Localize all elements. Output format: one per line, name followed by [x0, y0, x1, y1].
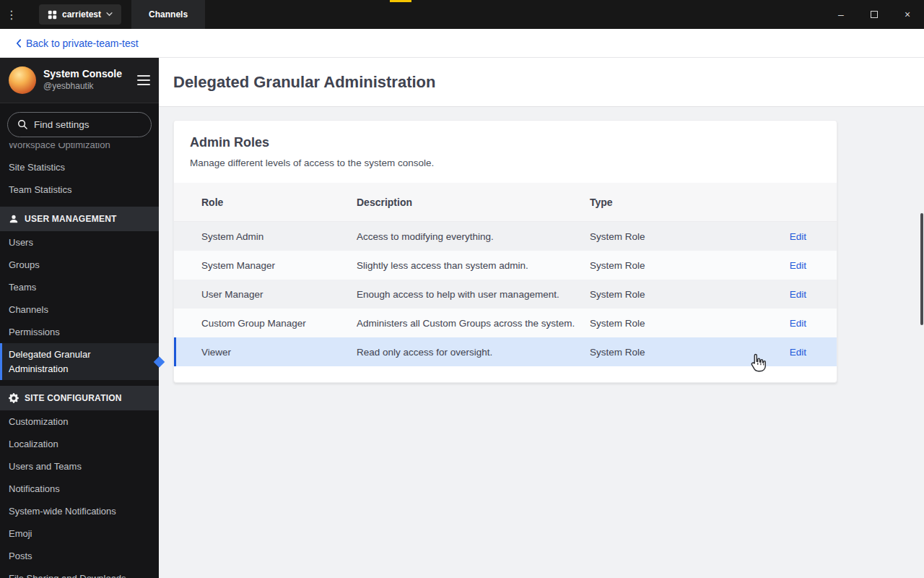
selected-item-label: Delegated Granular Administration — [9, 349, 90, 374]
column-header-role: Role — [201, 197, 357, 208]
settings-search[interactable] — [7, 112, 152, 137]
role-cell: Custom Group Manager — [201, 318, 357, 329]
sidebar-header: System Console @yesbhautik — [0, 58, 159, 103]
users-icon — [9, 214, 19, 224]
sidebar-item-users[interactable]: Users — [0, 231, 159, 254]
table-row-system-manager[interactable]: System Manager Slightly less access than… — [174, 251, 837, 280]
section-user-management-label: USER MANAGEMENT — [25, 214, 117, 224]
scroll-clipped-area: Workspace Optimization — [0, 143, 159, 156]
main-content: Delegated Granular Administration Admin … — [159, 58, 924, 578]
search-icon — [17, 119, 28, 130]
tab-channels-label: Channels — [149, 9, 188, 20]
type-cell: System Role — [590, 260, 763, 271]
user-avatar[interactable] — [9, 66, 36, 94]
page-header: Delegated Granular Administration — [159, 58, 924, 107]
sidebar-nav: Workspace Optimization Site Statistics T… — [0, 143, 159, 578]
sidebar-item-customization[interactable]: Customization — [0, 410, 159, 433]
section-site-configuration-label: SITE CONFIGURATION — [25, 393, 122, 403]
panel-footer — [174, 366, 837, 382]
edit-button-viewer[interactable]: Edit — [790, 347, 806, 358]
search-input[interactable] — [34, 119, 135, 130]
server-name: carrietest — [62, 9, 101, 20]
type-cell: System Role — [590, 289, 763, 300]
admin-roles-table: Role Description Type System Admin Acces… — [174, 183, 837, 366]
edit-button-system-admin[interactable]: Edit — [790, 231, 806, 242]
gear-icon — [9, 393, 19, 403]
description-cell: Enough access to help with user manageme… — [357, 289, 590, 300]
sidebar-item-team-statistics[interactable]: Team Statistics — [0, 178, 159, 201]
panel-title: Admin Roles — [190, 135, 819, 150]
console-title: System Console — [43, 68, 137, 81]
chevron-left-icon — [16, 39, 22, 48]
description-cell: Administers all Custom Groups across the… — [357, 318, 590, 329]
sidebar-item-teams[interactable]: Teams — [0, 276, 159, 298]
role-cell: User Manager — [201, 289, 357, 300]
table-row-custom-group-manager[interactable]: Custom Group Manager Administers all Cus… — [174, 309, 837, 337]
username: @yesbhautik — [43, 81, 137, 92]
sidebar-item-groups[interactable]: Groups — [0, 254, 159, 276]
window-controls: – × — [824, 0, 924, 29]
window-titlebar: ⋮ carrietest Channels – × — [0, 0, 924, 29]
description-cell: Read only access for oversight. — [357, 347, 590, 358]
role-cell: System Manager — [201, 260, 357, 271]
page-title: Delegated Granular Administration — [173, 73, 435, 92]
sidebar-item-users-and-teams[interactable]: Users and Teams — [0, 455, 159, 478]
page-body: Admin Roles Manage different levels of a… — [159, 107, 924, 578]
sidebar-item-system-wide-notifications[interactable]: System-wide Notifications — [0, 500, 159, 522]
sidebar-item-delegated-granular-administration[interactable]: Delegated Granular Administration — [0, 343, 159, 380]
edit-button-custom-group-manager[interactable]: Edit — [790, 318, 806, 329]
sidebar-item-file-sharing-and-downloads[interactable]: File Sharing and Downloads — [0, 567, 159, 578]
close-button[interactable]: × — [891, 0, 924, 29]
close-icon: × — [905, 9, 910, 20]
type-cell: System Role — [590, 318, 763, 329]
type-cell: System Role — [590, 231, 763, 242]
back-navigation-bar: Back to private-team-test — [0, 29, 924, 58]
table-header-row: Role Description Type — [174, 183, 837, 222]
chevron-down-icon — [106, 12, 113, 17]
sidebar-item-emoji[interactable]: Emoji — [0, 522, 159, 545]
column-header-description: Description — [357, 197, 590, 208]
sidebar-item-notifications[interactable]: Notifications — [0, 478, 159, 500]
panel-head: Admin Roles Manage different levels of a… — [174, 121, 837, 183]
system-console-sidebar: System Console @yesbhautik Workspace Opt… — [0, 58, 159, 578]
section-site-configuration: SITE CONFIGURATION — [0, 386, 159, 410]
kebab-menu-icon[interactable]: ⋮ — [0, 8, 23, 22]
back-link-label: Back to private-team-test — [26, 38, 139, 49]
back-link[interactable]: Back to private-team-test — [16, 38, 139, 49]
server-selector-button[interactable]: carrietest — [39, 4, 121, 25]
description-cell: Access to modifying everything. — [357, 231, 590, 242]
admin-roles-panel: Admin Roles Manage different levels of a… — [173, 120, 837, 383]
sidebar-item-workspace-optimization[interactable]: Workspace Optimization — [0, 143, 159, 156]
panel-description: Manage different levels of access to the… — [190, 158, 819, 168]
description-cell: Slightly less access than system admin. — [357, 260, 590, 271]
role-cell: Viewer — [201, 347, 357, 358]
scrollbar-thumb[interactable] — [920, 213, 923, 325]
edit-button-user-manager[interactable]: Edit — [790, 289, 806, 300]
sidebar-item-localization[interactable]: Localization — [0, 433, 159, 455]
table-row-viewer[interactable]: Viewer Read only access for oversight. S… — [174, 337, 837, 366]
tab-channels[interactable]: Channels — [131, 0, 205, 29]
minimize-icon: – — [838, 9, 844, 20]
role-cell: System Admin — [201, 231, 357, 242]
edit-button-system-manager[interactable]: Edit — [790, 260, 806, 271]
type-cell: System Role — [590, 347, 763, 358]
sidebar-item-site-statistics[interactable]: Site Statistics — [0, 156, 159, 178]
minimize-button[interactable]: – — [824, 0, 858, 29]
server-grid-icon — [48, 10, 57, 20]
sidebar-item-permissions[interactable]: Permissions — [0, 321, 159, 343]
maximize-icon — [871, 11, 878, 18]
table-row-system-admin[interactable]: System Admin Access to modifying everyth… — [174, 222, 837, 251]
table-row-user-manager[interactable]: User Manager Enough access to help with … — [174, 280, 837, 309]
section-user-management: USER MANAGEMENT — [0, 207, 159, 231]
hamburger-menu-icon[interactable] — [137, 75, 150, 85]
user-identity: System Console @yesbhautik — [43, 68, 137, 92]
screen-share-indicator — [390, 0, 411, 2]
sidebar-item-channels[interactable]: Channels — [0, 298, 159, 321]
sidebar-item-posts[interactable]: Posts — [0, 545, 159, 567]
column-header-type: Type — [590, 197, 763, 208]
maximize-button[interactable] — [858, 0, 891, 29]
